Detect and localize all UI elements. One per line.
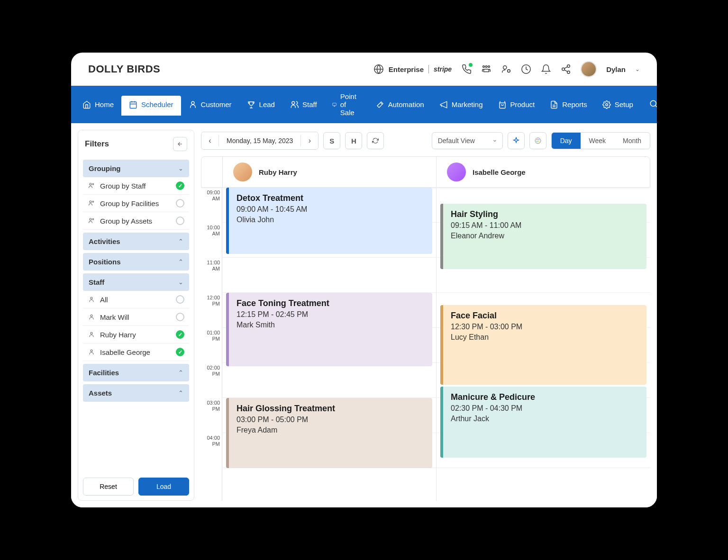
time-label: 04:00PM	[201, 433, 222, 468]
nav-point-of-sale[interactable]: Point of Sale	[325, 86, 368, 123]
svg-point-2	[485, 66, 487, 68]
app-window: DOLLY BIRDS Enterprise stripe Dylan ⌄ Ho…	[71, 53, 657, 507]
staff-list: AllMark WillRuby HarryIsabelle George	[83, 291, 189, 361]
filter-item[interactable]: Group by Assets	[83, 212, 189, 230]
filter-item[interactable]: Mark Will	[83, 308, 189, 326]
time-label: 11:00AM	[201, 258, 222, 293]
gutter-head	[201, 157, 222, 187]
queue-icon[interactable]	[481, 64, 491, 74]
date-nav: ‹ Monday, 15 May, 2023 ›	[201, 132, 318, 150]
filter-item[interactable]: Group by Facilities	[83, 195, 189, 212]
reset-button[interactable]: Reset	[83, 478, 134, 496]
appointment-client: Lucy Ethan	[451, 333, 639, 342]
palette-button[interactable]	[529, 132, 546, 149]
filter-item[interactable]: Group by Staff	[83, 177, 189, 195]
appointment[interactable]: Manicure & Pedicure02:30 PM - 04:30 PMAr…	[440, 387, 646, 458]
section-title: Facilities	[89, 369, 119, 377]
svg-point-27	[537, 139, 537, 140]
staff-avatar	[233, 163, 252, 181]
chevron-up-icon: ⌃	[178, 389, 183, 397]
user-name: Dylan	[606, 65, 626, 73]
filter-item[interactable]: All	[83, 291, 189, 308]
section-facilities[interactable]: Facilities ⌃	[83, 364, 189, 381]
phone-icon[interactable]	[461, 64, 472, 74]
chevron-down-icon[interactable]: ⌄	[635, 66, 640, 72]
time-label: 09:00AM	[201, 188, 222, 223]
user-settings-icon[interactable]	[501, 64, 511, 74]
sidebar-header: Filters	[83, 135, 189, 157]
calendar-grid: 09:00AM10:00AM11:00AM12:00PM01:00PM02:00…	[201, 188, 650, 501]
svg-point-23	[91, 315, 92, 316]
chevron-down-icon: ⌄	[178, 165, 183, 172]
section-title: Grouping	[89, 164, 121, 172]
view-month[interactable]: Month	[614, 133, 650, 149]
section-assets[interactable]: Assets ⌃	[83, 384, 189, 402]
tier-text: Enterprise	[389, 65, 424, 73]
svg-point-1	[483, 66, 485, 68]
next-day-button[interactable]: ›	[301, 132, 318, 149]
time-gutter: 09:00AM10:00AM11:00AM12:00PM01:00PM02:00…	[201, 188, 222, 501]
load-button[interactable]: Load	[138, 478, 189, 496]
appointment-time: 12:30 PM - 03:00 PM	[451, 323, 639, 331]
appointment-client: Arthur Jack	[451, 415, 639, 423]
bell-icon[interactable]	[541, 64, 551, 74]
tier-badge: Enterprise stripe	[373, 64, 452, 74]
prev-day-button[interactable]: ‹	[201, 132, 218, 149]
filter-item[interactable]: Isabelle George	[83, 343, 189, 361]
view-day[interactable]: Day	[552, 133, 581, 149]
nav-staff[interactable]: Staff	[282, 94, 325, 116]
nav-reports[interactable]: Reports	[542, 94, 595, 116]
nav-scheduler[interactable]: Scheduler	[121, 96, 181, 116]
payment-provider: stripe	[434, 65, 452, 73]
appointment-title: Hair Glossing Treatment	[237, 404, 425, 414]
svg-point-19	[92, 201, 94, 202]
appointment[interactable]: Face Toning Treatment12:15 PM - 02:45 PM…	[226, 293, 432, 366]
nav-product[interactable]: Product	[491, 94, 543, 116]
grouping-list: Group by StaffGroup by FacilitiesGroup b…	[83, 177, 189, 230]
nav-setup[interactable]: Setup	[595, 94, 641, 116]
sparkle-button[interactable]	[508, 132, 525, 149]
appointment-title: Manicure & Pedicure	[451, 392, 639, 402]
appointment[interactable]: Hair Styling09:15 AM - 11:00 AMEleanor A…	[440, 204, 646, 269]
appointment[interactable]: Hair Glossing Treatment03:00 PM - 05:00 …	[226, 398, 432, 468]
section-title: Assets	[89, 389, 112, 397]
view-week[interactable]: Week	[581, 133, 615, 149]
clock-icon[interactable]	[521, 64, 531, 74]
nav-home[interactable]: Home	[75, 94, 121, 116]
staff-name: Isabelle George	[473, 168, 526, 176]
staff-avatar	[447, 163, 466, 181]
nav-marketing[interactable]: Marketing	[432, 94, 491, 116]
section-grouping[interactable]: Grouping ⌄	[83, 160, 189, 177]
user-avatar[interactable]	[581, 61, 597, 77]
s-button[interactable]: S	[323, 132, 340, 149]
view-toggle: Day Week Month	[551, 132, 650, 149]
time-label: 01:00PM	[201, 328, 222, 363]
sidebar-footer: Reset Load	[83, 470, 189, 496]
share-icon[interactable]	[561, 64, 571, 74]
nav-automation[interactable]: Automation	[368, 94, 432, 116]
calendar-column[interactable]: Hair Styling09:15 AM - 11:00 AMEleanor A…	[436, 188, 650, 501]
nav-customer[interactable]: Customer	[181, 94, 239, 116]
svg-point-12	[292, 101, 295, 104]
calendar-column[interactable]: Detox Treatment09:00 AM - 10:45 AMOlivia…	[222, 188, 436, 501]
svg-point-7	[567, 65, 570, 68]
refresh-button[interactable]	[367, 132, 384, 149]
filter-item[interactable]: Ruby Harry	[83, 326, 189, 343]
h-button[interactable]: H	[345, 132, 362, 149]
staff-name: Ruby Harry	[259, 168, 297, 176]
svg-point-28	[538, 139, 539, 140]
section-activities[interactable]: Activities ⌃	[83, 233, 189, 250]
nav-search[interactable]	[641, 93, 657, 117]
time-label: 03:00PM	[201, 398, 222, 433]
view-select[interactable]: Default View	[432, 132, 503, 149]
section-staff[interactable]: Staff ⌄	[83, 273, 189, 291]
appointment[interactable]: Detox Treatment09:00 AM - 10:45 AMOlivia…	[226, 188, 432, 254]
section-positions[interactable]: Positions ⌃	[83, 253, 189, 271]
appointment-title: Face Facial	[451, 311, 639, 321]
svg-point-17	[92, 183, 94, 185]
nav-lead[interactable]: Lead	[239, 94, 282, 116]
appointment[interactable]: Face Facial12:30 PM - 03:00 PMLucy Ethan	[440, 305, 646, 385]
main-nav: HomeSchedulerCustomerLeadStaffPoint of S…	[71, 86, 657, 123]
svg-point-14	[606, 103, 608, 106]
collapse-sidebar-button[interactable]	[173, 137, 187, 151]
